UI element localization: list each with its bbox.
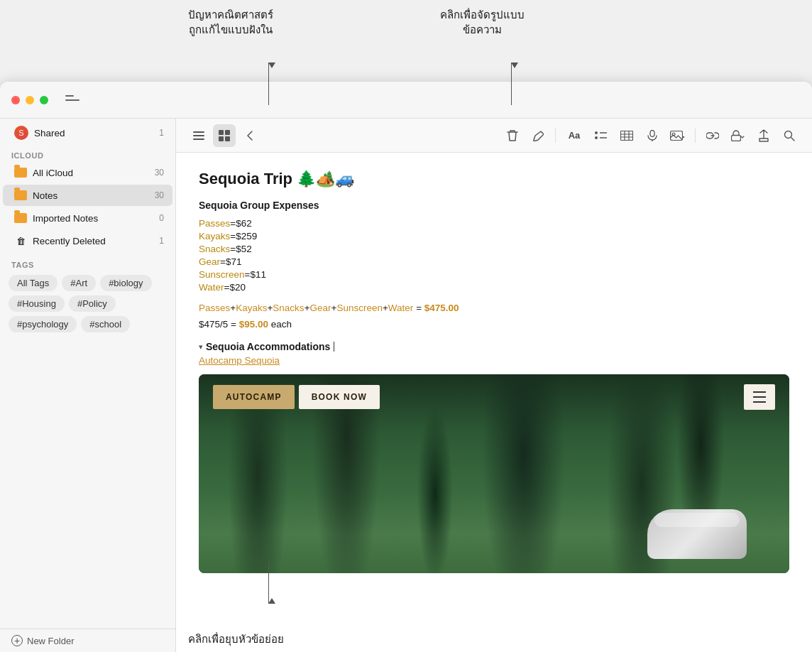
svg-rect-0 bbox=[193, 131, 204, 133]
section1-title: Sequoia Group Expenses bbox=[199, 200, 789, 211]
folder-icon-all-icloud bbox=[14, 166, 27, 179]
sum-sunscreen[interactable]: Sunscreen bbox=[336, 303, 383, 313]
folder-icon-imported bbox=[14, 212, 27, 224]
svg-point-21 bbox=[785, 131, 792, 138]
expense-gear: Gear=$71 bbox=[199, 256, 789, 267]
checklist-button[interactable] bbox=[590, 124, 613, 147]
toolbar-divider-2 bbox=[695, 129, 696, 143]
sidebar-count-shared: 1 bbox=[159, 128, 164, 138]
expense-passes: Passes=$62 bbox=[199, 218, 789, 229]
note-main: Aa bbox=[176, 119, 812, 652]
icloud-header: iCloud bbox=[0, 147, 175, 161]
plus-icon: + bbox=[11, 635, 23, 646]
svg-rect-1 bbox=[193, 135, 204, 136]
new-folder-label: New Folder bbox=[27, 636, 74, 646]
tag-psychology[interactable]: #psychology bbox=[9, 316, 77, 332]
note-toolbar: Aa bbox=[176, 119, 812, 153]
note-content: Sequoia Trip 🌲🏕️🚙 Sequoia Group Expenses… bbox=[176, 153, 812, 652]
sidebar-count-imported: 0 bbox=[159, 213, 164, 223]
sum-water[interactable]: Water bbox=[388, 303, 414, 313]
collapse-arrow[interactable]: ▾ bbox=[199, 342, 203, 352]
sidebar-item-notes[interactable]: Notes 30 bbox=[3, 185, 172, 206]
expense-link-kayaks[interactable]: Kayaks bbox=[199, 231, 230, 241]
expense-link-snacks[interactable]: Snacks bbox=[199, 244, 230, 254]
per-person-line: $475/5 = $95.00 each bbox=[199, 319, 789, 330]
svg-rect-3 bbox=[219, 130, 224, 135]
sidebar-count-notes: 30 bbox=[155, 190, 164, 200]
grid-view-button[interactable] bbox=[213, 124, 236, 147]
sidebar-label-all-icloud: All iCloud bbox=[33, 168, 152, 178]
expense-kayaks: Kayaks=$259 bbox=[199, 231, 789, 241]
titlebar bbox=[0, 82, 812, 119]
audio-button[interactable] bbox=[641, 124, 664, 147]
svg-rect-6 bbox=[225, 136, 230, 141]
content-area: S Shared 1 iCloud All iCloud 30 Notes 30 bbox=[0, 119, 812, 652]
media-button[interactable] bbox=[666, 124, 689, 147]
autocamp-logo-button[interactable]: AUTOCAMP bbox=[213, 385, 295, 409]
tag-school[interactable]: #school bbox=[81, 316, 130, 332]
sidebar-count-all-icloud: 30 bbox=[155, 168, 164, 178]
search-button[interactable] bbox=[778, 124, 801, 147]
expense-link-passes[interactable]: Passes bbox=[199, 218, 230, 229]
trash-icon: 🗑 bbox=[14, 234, 27, 247]
website-navbar: AUTOCAMP BOOK NOW bbox=[199, 374, 789, 420]
delete-button[interactable] bbox=[501, 124, 524, 147]
table-button[interactable] bbox=[615, 124, 638, 147]
compose-button[interactable] bbox=[527, 124, 549, 147]
folder-icon-notes bbox=[14, 189, 27, 202]
svg-point-8 bbox=[595, 136, 598, 139]
tag-housing[interactable]: #Housing bbox=[9, 295, 65, 312]
link-button[interactable] bbox=[701, 124, 724, 147]
lock-button[interactable] bbox=[727, 124, 750, 147]
section2-collapse: ▾ Sequoia Accommodations bbox=[199, 341, 789, 352]
new-folder-button[interactable]: + New Folder bbox=[0, 629, 175, 652]
format-text-button[interactable]: Aa bbox=[561, 124, 587, 147]
minimize-button[interactable] bbox=[26, 96, 34, 104]
main-window: S Shared 1 iCloud All iCloud 30 Notes 30 bbox=[0, 82, 812, 652]
sidebar-label-shared: Shared bbox=[34, 128, 156, 138]
autocamp-link[interactable]: Autocamp Sequoia bbox=[199, 355, 789, 366]
callout-top-right: คลิกเพื่อจัดรูปแบบ ข้อความ bbox=[440, 7, 525, 37]
sum-snacks[interactable]: Snacks bbox=[273, 303, 304, 313]
expense-link-gear[interactable]: Gear bbox=[199, 256, 220, 267]
tags-header: Tags bbox=[9, 258, 167, 275]
svg-rect-4 bbox=[225, 130, 230, 135]
sidebar-toggle[interactable] bbox=[65, 95, 79, 105]
traffic-lights bbox=[11, 96, 48, 104]
tags-section: Tags All Tags #Art #biology #Housing #Po… bbox=[0, 252, 175, 338]
tag-biology[interactable]: #biology bbox=[100, 275, 151, 291]
sidebar-item-all-icloud[interactable]: All iCloud 30 bbox=[3, 162, 172, 183]
sum-gear[interactable]: Gear bbox=[310, 303, 331, 313]
fullscreen-button[interactable] bbox=[40, 96, 48, 104]
expense-sunscreen: Sunscreen=$11 bbox=[199, 269, 789, 280]
sidebar-count-recently-deleted: 1 bbox=[159, 236, 164, 246]
airstream-trailer bbox=[647, 509, 747, 559]
sidebar-label-recently-deleted: Recently Deleted bbox=[33, 236, 156, 246]
svg-rect-11 bbox=[621, 131, 633, 140]
total-amount: $475.00 bbox=[424, 303, 459, 313]
tag-policy[interactable]: #Policy bbox=[69, 295, 116, 312]
book-now-button[interactable]: BOOK NOW bbox=[299, 385, 380, 409]
sum-kayaks[interactable]: Kayaks bbox=[236, 303, 267, 313]
expense-water: Water=$20 bbox=[199, 282, 789, 293]
sum-passes[interactable]: Passes bbox=[199, 303, 230, 313]
sidebar: S Shared 1 iCloud All iCloud 30 Notes 30 bbox=[0, 119, 176, 652]
sidebar-item-imported-notes[interactable]: Imported Notes 0 bbox=[3, 207, 172, 229]
website-preview[interactable]: AUTOCAMP BOOK NOW bbox=[199, 374, 789, 573]
note-title: Sequoia Trip 🌲🏕️🚙 bbox=[199, 170, 789, 188]
shared-avatar: S bbox=[14, 126, 28, 140]
list-view-button[interactable] bbox=[187, 124, 210, 147]
section2-heading[interactable]: Sequoia Accommodations bbox=[206, 341, 330, 352]
tag-art[interactable]: #Art bbox=[62, 275, 96, 291]
expense-link-water[interactable]: Water bbox=[199, 282, 224, 293]
per-person-amount: $95.00 bbox=[239, 319, 268, 330]
tags-grid: All Tags #Art #biology #Housing #Policy … bbox=[9, 275, 167, 332]
close-button[interactable] bbox=[11, 96, 20, 104]
back-button[interactable] bbox=[238, 124, 261, 147]
expense-link-sunscreen[interactable]: Sunscreen bbox=[199, 269, 245, 280]
sidebar-item-shared[interactable]: S Shared 1 bbox=[3, 121, 172, 144]
share-button[interactable] bbox=[752, 124, 775, 147]
tag-all-tags[interactable]: All Tags bbox=[9, 275, 57, 291]
sidebar-item-recently-deleted[interactable]: 🗑 Recently Deleted 1 bbox=[3, 230, 172, 251]
svg-point-7 bbox=[595, 131, 598, 134]
